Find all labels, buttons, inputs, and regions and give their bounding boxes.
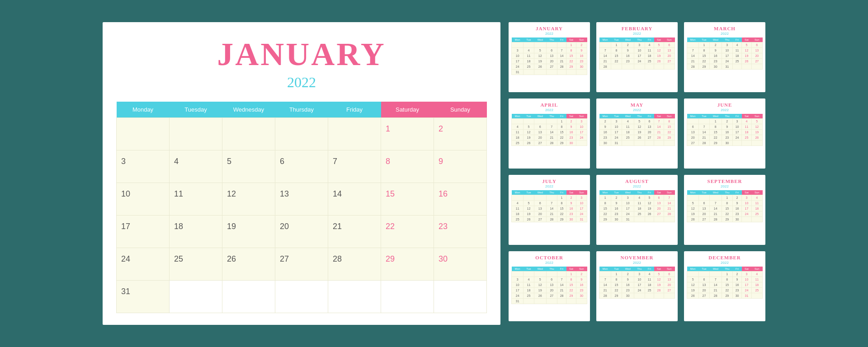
small-cal-cell: 16	[576, 53, 587, 59]
small-cal-cell: 2	[722, 119, 732, 124]
small-col-header: Mon	[599, 38, 611, 42]
small-cal-cell: 29	[709, 141, 722, 146]
small-cal-cell	[634, 217, 645, 222]
small-cal-cell	[524, 299, 534, 304]
small-cal-cell: 15	[611, 53, 622, 59]
small-cal-cell: 26	[742, 59, 751, 64]
small-cal-cell: 13	[645, 124, 654, 130]
small-col-header: Wed	[534, 38, 546, 42]
small-month-title: FEBRUARY	[599, 26, 675, 31]
small-cal-cell	[654, 217, 664, 222]
small-cal-cell	[524, 272, 534, 277]
small-cal-cell: 24	[576, 135, 587, 141]
small-cal-cell: 4	[634, 195, 645, 201]
small-col-header: Thu	[722, 38, 732, 42]
small-cal-cell: 1	[566, 42, 576, 48]
small-cal-cell	[557, 42, 566, 48]
small-cal-cell: 3	[732, 119, 742, 124]
small-grid: MonTueWedThuFriSatSun1234567891011121314…	[511, 267, 587, 304]
small-cal-cell: 21	[699, 135, 709, 141]
small-cal-cell: 27	[664, 59, 675, 64]
small-cal-cell: 1	[557, 119, 566, 124]
small-cal-cell: 12	[687, 206, 699, 211]
small-cal-cell: 29	[664, 135, 675, 141]
small-col-header: Mon	[687, 190, 699, 195]
small-col-header: Fri	[732, 114, 742, 119]
small-cal-cell: 28	[599, 64, 611, 70]
small-col-header: Sat	[742, 267, 751, 272]
small-cal-cell	[709, 272, 722, 277]
cal-cell: 11	[170, 183, 222, 216]
small-cal-cell	[534, 42, 546, 48]
col-thursday: Thursday	[275, 102, 328, 118]
small-cal-cell: 28	[546, 217, 557, 222]
small-cal-cell: 29	[557, 141, 566, 146]
cal-cell: 25	[170, 248, 222, 281]
small-cal-cell: 7	[557, 277, 566, 282]
cal-cell: 6	[275, 150, 328, 183]
small-cal-cell: 26	[645, 211, 654, 217]
small-cal-cell: 5	[654, 272, 664, 277]
small-cal-cell: 11	[512, 130, 524, 135]
small-cal-cell: 2	[566, 119, 576, 124]
small-cal-cell	[751, 293, 762, 299]
small-cal-cell: 23	[722, 135, 732, 141]
small-cal-cell: 12	[534, 53, 546, 59]
small-cal-cell: 15	[664, 124, 675, 130]
small-col-header: Sun	[576, 190, 587, 195]
small-cal-cell: 10	[634, 277, 645, 282]
small-grid: MonTueWedThuFriSatSun1234567891011121314…	[511, 38, 587, 75]
small-cal-cell	[664, 293, 675, 299]
small-cal-cell: 8	[709, 124, 722, 130]
small-cal-cell: 25	[645, 59, 654, 64]
small-col-header: Sat	[654, 38, 664, 42]
small-cal-cell: 19	[645, 206, 654, 211]
small-cal-cell: 14	[664, 201, 675, 206]
cal-cell: 10	[117, 183, 170, 216]
small-cal-cell: 20	[654, 206, 664, 211]
small-year-title: 2022	[511, 32, 587, 36]
small-cal-cell: 4	[512, 124, 524, 130]
cal-cell: 18	[170, 216, 222, 248]
small-cal-cell: 17	[634, 53, 645, 59]
small-month-title: SEPTEMBER	[687, 178, 763, 184]
small-col-header: Sat	[654, 267, 664, 272]
large-year-title: 2022	[116, 74, 487, 91]
small-cal-cell: 18	[512, 135, 524, 141]
small-cal-cell: 1	[722, 272, 732, 277]
small-cal-cell: 9	[576, 48, 587, 53]
small-col-header: Wed	[622, 114, 634, 119]
small-month-title: NOVEMBER	[599, 255, 675, 260]
small-month-title: MAY	[599, 102, 675, 108]
small-cal-cell: 9	[576, 277, 587, 282]
small-grid: MonTueWedThuFriSatSun1234567891011121314…	[511, 190, 587, 222]
small-cal-cell: 8	[611, 48, 622, 53]
small-cal-cell: 2	[576, 42, 587, 48]
small-cal-cell: 2	[576, 272, 587, 277]
small-cal-cell	[524, 119, 534, 124]
small-cal-cell: 8	[664, 119, 675, 124]
small-cal-cell: 16	[732, 282, 742, 288]
small-cal-cell	[751, 217, 762, 222]
small-cal-cell: 4	[751, 195, 762, 201]
small-cal-cell: 10	[611, 124, 622, 130]
small-col-header: Sun	[664, 38, 675, 42]
small-cal-cell: 13	[546, 53, 557, 59]
small-cal-cell: 22	[557, 211, 566, 217]
small-cal-cell: 27	[645, 135, 654, 141]
small-cal-cell	[512, 42, 524, 48]
small-cal-cell: 29	[599, 217, 611, 222]
small-cal-cell	[546, 195, 557, 201]
small-cal-cell: 27	[699, 293, 709, 299]
small-cal-cell: 30	[576, 64, 587, 70]
small-cal-cell: 5	[634, 119, 645, 124]
small-cal-cell: 11	[622, 124, 634, 130]
small-col-header: Tue	[699, 190, 709, 195]
small-year-title: 2022	[687, 32, 763, 36]
small-cal-cell: 5	[654, 42, 664, 48]
small-cal-cell: 9	[566, 124, 576, 130]
small-col-header: Tue	[699, 114, 709, 119]
small-cal-cell: 1	[709, 119, 722, 124]
small-cal-cell: 4	[751, 272, 762, 277]
small-cal-cell: 8	[566, 48, 576, 53]
